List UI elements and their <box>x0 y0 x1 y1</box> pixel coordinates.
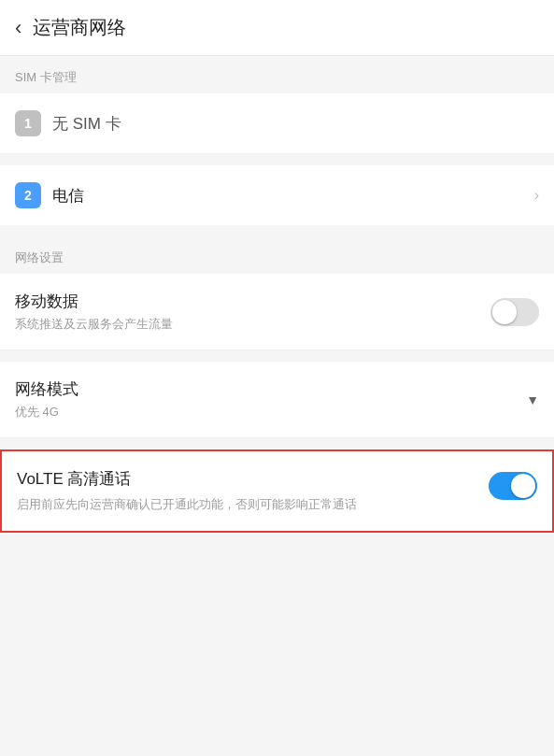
network-section-label: 网络设置 <box>0 236 554 274</box>
mobile-data-subtitle: 系统推送及云服务会产生流量 <box>15 316 490 333</box>
sim-badge-2: 2 <box>15 182 41 208</box>
network-mode-subtitle: 优先 4G <box>15 404 526 421</box>
mobile-data-title: 移动数据 <box>15 291 490 312</box>
sim-2-text: 电信 <box>52 185 534 207</box>
mobile-data-toggle[interactable] <box>490 298 539 326</box>
sim-badge-1: 1 <box>15 110 41 136</box>
sim-section-label: SIM 卡管理 <box>0 56 554 93</box>
volte-left: VoLTE 高清通话 启用前应先向运营商确认已开通此功能，否则可能影响正常通话 <box>17 468 489 514</box>
divider-1 <box>0 225 554 236</box>
volte-title: VoLTE 高清通话 <box>17 468 474 490</box>
sim-1-text: 无 SIM 卡 <box>52 113 539 135</box>
mobile-data-left: 移动数据 系统推送及云服务会产生流量 <box>15 291 490 333</box>
network-mode-dropdown-icon: ▼ <box>526 392 539 407</box>
sim-item-1: 1 无 SIM 卡 <box>0 93 554 154</box>
volte-toggle-knob <box>511 474 535 498</box>
sim-item-2[interactable]: 2 电信 › <box>0 165 554 225</box>
volte-toggle-container <box>489 468 537 500</box>
volte-subtitle: 启用前应先向运营商确认已开通此功能，否则可能影响正常通话 <box>17 495 474 514</box>
volte-toggle[interactable] <box>489 472 537 500</box>
page-title: 运营商网络 <box>33 15 126 40</box>
sim-2-chevron-icon: › <box>534 187 539 204</box>
network-mode-item[interactable]: 网络模式 优先 4G ▼ <box>0 362 554 438</box>
network-mode-title: 网络模式 <box>15 378 526 400</box>
divider-2 <box>0 350 554 362</box>
network-mode-left: 网络模式 优先 4G <box>15 378 526 421</box>
volte-section: VoLTE 高清通话 启用前应先向运营商确认已开通此功能，否则可能影响正常通话 <box>0 449 554 533</box>
mobile-data-item: 移动数据 系统推送及云服务会产生流量 <box>0 274 554 350</box>
back-button[interactable]: ‹ <box>15 18 21 38</box>
sim-card-list: 1 无 SIM 卡 2 电信 › <box>0 93 554 225</box>
volte-item: VoLTE 高清通话 启用前应先向运营商确认已开通此功能，否则可能影响正常通话 <box>2 451 552 531</box>
mobile-data-toggle-knob <box>492 300 517 324</box>
header: ‹ 运营商网络 <box>0 0 554 56</box>
